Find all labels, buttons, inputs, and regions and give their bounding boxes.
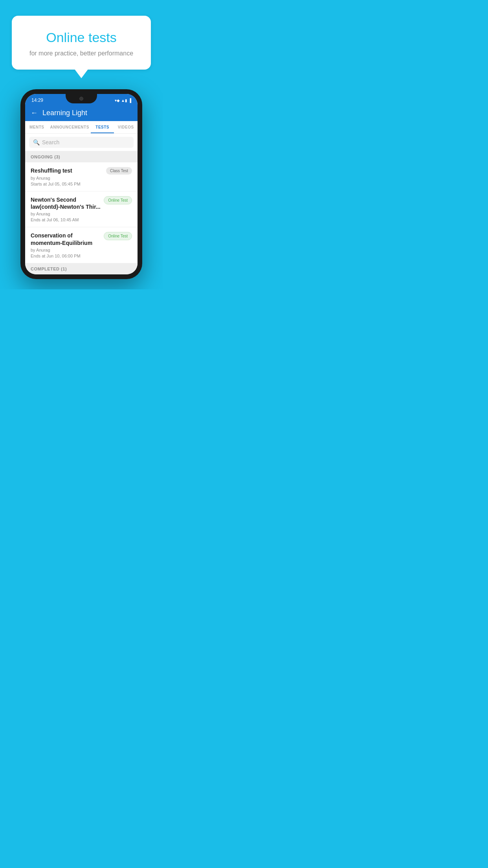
- tab-announcements[interactable]: ANNOUNCEMENTS: [49, 121, 91, 133]
- test-meta-3: by Anurag: [31, 248, 132, 252]
- wifi-icon: ▾◆: [115, 98, 120, 103]
- back-button[interactable]: ←: [31, 109, 38, 117]
- speech-bubble: Online tests for more practice, better p…: [12, 16, 151, 70]
- signal-icon: ▲▮: [121, 98, 127, 103]
- test-time-2: Ends at Jul 06, 10:45 AM: [31, 217, 132, 222]
- completed-section-header: COMPLETED (1): [25, 263, 138, 274]
- status-icons: ▾◆ ▲▮ ▐: [115, 98, 131, 103]
- front-camera: [79, 97, 83, 101]
- test-title-2: Newton's Second law(contd)-Newton's Thir…: [31, 196, 101, 210]
- search-input-wrapper[interactable]: 🔍 Search: [29, 137, 134, 148]
- search-container: 🔍 Search: [25, 134, 138, 151]
- test-badge-2: Online Test: [104, 196, 132, 204]
- ongoing-section-header: ONGOING (3): [25, 151, 138, 162]
- app-bar: ← Learning Light: [25, 105, 138, 121]
- phone-screen: 14:29 ▾◆ ▲▮ ▐ ← Learning Light MENTS ANN…: [25, 94, 138, 274]
- test-time-3: Ends at Jun 10, 06:00 PM: [31, 254, 132, 258]
- phone-frame: 14:29 ▾◆ ▲▮ ▐ ← Learning Light MENTS ANN…: [20, 89, 142, 279]
- test-badge-3: Online Test: [104, 232, 132, 240]
- test-meta-2: by Anurag: [31, 211, 132, 216]
- hero-subtitle: for more practice, better performance: [24, 50, 139, 57]
- phone-mockup: 14:29 ▾◆ ▲▮ ▐ ← Learning Light MENTS ANN…: [20, 89, 142, 289]
- search-input[interactable]: Search: [42, 139, 59, 145]
- test-item-1[interactable]: Reshuffling test Class Test by Anurag St…: [25, 162, 138, 191]
- hero-section: Online tests for more practice, better p…: [0, 0, 163, 70]
- test-item-3[interactable]: Conservation of momentum-Equilibrium Onl…: [25, 227, 138, 263]
- battery-icon: ▐: [128, 98, 131, 103]
- test-badge-1: Class Test: [106, 167, 132, 175]
- test-item-1-header: Reshuffling test Class Test: [31, 167, 132, 175]
- tab-videos[interactable]: VIDEOS: [114, 121, 138, 133]
- test-item-3-header: Conservation of momentum-Equilibrium Onl…: [31, 232, 132, 246]
- test-time-1: Starts at Jul 05, 05:45 PM: [31, 182, 132, 186]
- test-list: Reshuffling test Class Test by Anurag St…: [25, 162, 138, 263]
- search-icon: 🔍: [33, 139, 40, 145]
- tab-tests[interactable]: TESTS: [91, 121, 114, 133]
- app-bar-title: Learning Light: [42, 109, 87, 117]
- tabs-bar: MENTS ANNOUNCEMENTS TESTS VIDEOS: [25, 121, 138, 134]
- test-item-2-header: Newton's Second law(contd)-Newton's Thir…: [31, 196, 132, 210]
- test-title-3: Conservation of momentum-Equilibrium: [31, 232, 101, 246]
- test-meta-1: by Anurag: [31, 176, 132, 180]
- tab-ments[interactable]: MENTS: [25, 121, 49, 133]
- hero-title: Online tests: [24, 30, 139, 45]
- status-time: 14:29: [31, 97, 43, 103]
- phone-notch: [66, 94, 97, 103]
- test-item-2[interactable]: Newton's Second law(contd)-Newton's Thir…: [25, 191, 138, 227]
- test-title-1: Reshuffling test: [31, 167, 103, 174]
